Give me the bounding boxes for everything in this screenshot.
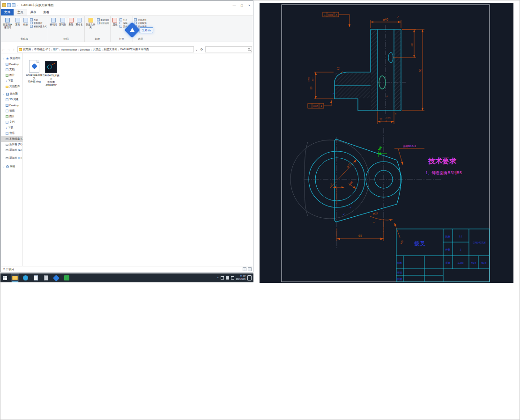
breadcrumb-new-folder[interactable]: 新建文件夹 — [104, 47, 117, 52]
start-button[interactable] — [0, 273, 9, 282]
title-bar: ⌄ CA6140车床拨叉零件图 — □ × — [1, 1, 253, 9]
quick-access-toolbar[interactable]: ⌄ — [1, 3, 18, 7]
sidebar-item-music[interactable]: 音乐 — [1, 131, 22, 136]
sidebar-item-pictures-quick[interactable]: 图片 — [1, 73, 22, 78]
delete-button[interactable]: 删除 — [68, 16, 74, 26]
dim-65: 65 — [337, 219, 384, 241]
qat-dropdown-icon[interactable]: ⌄ — [16, 4, 18, 7]
file-list-area[interactable]: CA6140车床拨叉 零件图.dwg CA6140车床拨叉 零件图 .dwg.B… — [23, 53, 253, 266]
sidebar-label: 图片 — [9, 115, 15, 118]
minimize-button[interactable]: — — [230, 1, 238, 9]
file-name-line: CA6140车床拨叉 — [26, 74, 43, 80]
close-button[interactable]: × — [245, 1, 253, 9]
qat-button2[interactable] — [12, 3, 15, 7]
sidebar-item-desktop[interactable]: Desktop — [1, 103, 22, 108]
sidebar-item-documents-quick[interactable]: 文档 — [1, 67, 22, 73]
sidebar-item-other-folder[interactable]: 其他配件 — [1, 84, 22, 89]
dim-diameter-25: ø25 — [394, 223, 404, 244]
new-folder-button[interactable]: 新建文件夹 — [86, 16, 96, 29]
breadcrumb-users[interactable]: 用户 — [53, 47, 59, 52]
input-method-tray-icon[interactable] — [231, 276, 234, 280]
chevron-icon: › — [102, 48, 103, 51]
refresh-icon[interactable]: ⟳ — [199, 48, 204, 52]
notification-center-icon[interactable] — [247, 275, 252, 280]
breadcrumb-current-folder[interactable]: CA6140车床拨叉零件图 — [120, 47, 149, 52]
sidebar-item-network[interactable]: › 网络 — [1, 164, 22, 169]
dim-tol-lower: -0.07 — [312, 78, 314, 82]
details-view-icon[interactable] — [243, 267, 246, 271]
taskbar-cad-button[interactable] — [52, 273, 60, 282]
taskbar-notes-button[interactable] — [42, 273, 50, 282]
sidebar-item-downloads-quick[interactable]: ↓ 下载 — [1, 78, 22, 84]
maximize-button[interactable]: □ — [238, 1, 245, 9]
paste-shortcut-button[interactable]: 粘贴快捷方式 — [30, 25, 47, 28]
breadcrumb-c-drive[interactable]: 本地磁盘 (C:) — [34, 47, 50, 52]
qat-button[interactable] — [7, 3, 11, 7]
breadcrumb-administrator[interactable]: Administrator — [61, 48, 77, 51]
ribbon-group-organize: 移动到 复制到 删除 重命名 组织 — [48, 16, 85, 42]
file-item-bmp[interactable]: CA6140车床拨叉 零件图 .dwg.BMP — [43, 61, 59, 87]
taskbar-green-app-button[interactable] — [62, 273, 71, 282]
sidebar-item-pictures[interactable]: 图片 — [1, 114, 22, 119]
history-icon — [119, 25, 122, 28]
thumbnail-view-icon[interactable] — [248, 267, 252, 271]
open-icon — [119, 18, 122, 21]
sidebar-item-documents[interactable]: 文档 — [1, 119, 22, 125]
sidebar-item-videos[interactable]: 视频 — [1, 108, 22, 114]
back-button[interactable]: ← — [1, 48, 6, 51]
display-tray-icon[interactable] — [221, 276, 224, 280]
properties-button[interactable]: 属性 — [111, 16, 119, 26]
sidebar-label: Desktop — [9, 63, 19, 66]
sidebar-section-quick-access[interactable]: › 快速访问 — [1, 56, 22, 61]
tray-expand-icon[interactable]: ^ — [217, 277, 219, 280]
sidebar-item-volume-d[interactable]: 新加卷 (D:) — [1, 142, 22, 147]
rename-button[interactable]: 重命名 — [75, 16, 83, 26]
sidebar-item-downloads[interactable]: ↓ 下载 — [1, 125, 22, 131]
up-button[interactable]: ↑ — [11, 48, 16, 51]
select-all-button[interactable]: 全部选择 — [134, 18, 146, 21]
taskbar-document-button[interactable] — [31, 273, 40, 282]
copy-path-button[interactable]: 复制路径 — [30, 22, 47, 24]
copy-button[interactable]: 复制 — [14, 16, 21, 26]
tab-share[interactable]: 共享 — [27, 9, 40, 15]
note-callout: 油杯M10×1 — [394, 145, 424, 165]
breadcrumb-desktop[interactable]: Desktop — [80, 48, 90, 51]
sidebar-label: 视频 — [9, 109, 15, 113]
search-input[interactable] — [205, 46, 252, 52]
pin-to-quick-access-button[interactable]: 固定到快速访问 — [2, 16, 13, 29]
paste-button[interactable]: 粘贴 — [22, 16, 29, 26]
breadcrumb-damopan[interactable]: 大漠盘 — [93, 47, 101, 52]
group-label-select: 选择 — [134, 37, 146, 42]
sidebar-item-volume-f[interactable]: 新加卷 (F:) — [1, 155, 22, 161]
gtol-frame-top: ⊥ 0.05 A — [323, 12, 349, 27]
delete-label: 删除 — [69, 23, 74, 26]
sidebar-label: 此电脑 — [10, 92, 18, 96]
sidebar-item-desktop-quick[interactable]: Desktop — [1, 61, 22, 67]
taskbar-browser-button[interactable] — [21, 273, 30, 282]
sidebar-item-3d-objects[interactable]: 3D 对象 — [1, 97, 22, 103]
properties-label: 属性 — [112, 23, 117, 26]
new-item-button[interactable]: 新建项目 — [97, 18, 109, 21]
sidebar-section-this-pc[interactable]: › 此电脑 — [1, 91, 22, 97]
copy-to-button[interactable]: 复制到 — [59, 16, 67, 26]
tab-home[interactable]: 主页 — [14, 9, 27, 15]
address-dropdown-icon[interactable]: ⌄ — [194, 48, 199, 52]
tab-view[interactable]: 查看 — [40, 9, 52, 15]
cut-button[interactable]: 剪切 — [30, 18, 47, 21]
open-label: 打开 — [123, 19, 127, 21]
taskbar-clock[interactable]: 11:07 2021/3/26 — [236, 275, 245, 280]
tab-file[interactable]: 文件 — [1, 9, 14, 15]
taskbar-explorer-button[interactable] — [11, 273, 19, 282]
sidebar-item-local-disk-c[interactable]: 本地磁盘 (C:) — [1, 136, 22, 142]
breadcrumb-this-pc[interactable]: 此电脑 — [23, 47, 31, 52]
breadcrumb[interactable]: 此电脑 › 本地磁盘 (C:) › 用户 › Administrator › D… — [17, 46, 194, 52]
sidebar-item-volume-e[interactable]: 新加卷 (E:) — [1, 147, 22, 153]
tech-req-title: 技术要求 — [428, 157, 457, 165]
file-item-dwg[interactable]: CA6140车床拨叉 零件图.dwg — [26, 60, 43, 83]
move-to-button[interactable]: 移动到 — [49, 16, 58, 26]
volume-tray-icon[interactable] — [226, 276, 229, 280]
open-button[interactable]: 打开 — [119, 18, 132, 21]
easy-access-button[interactable]: 轻松访问 — [97, 22, 109, 24]
forward-button[interactable]: → — [6, 48, 11, 51]
roughness-check-icon: ✓ — [332, 92, 334, 95]
